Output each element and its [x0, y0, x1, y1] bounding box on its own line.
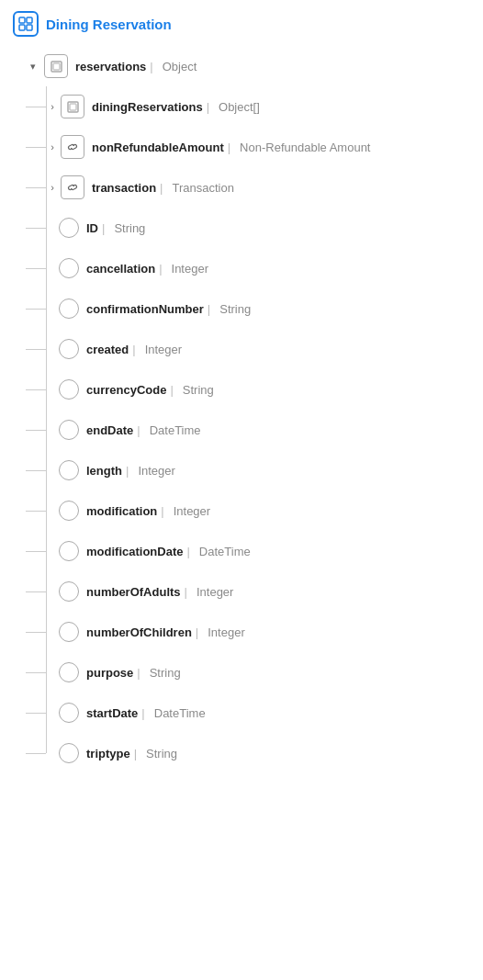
horiz-line — [26, 713, 46, 714]
svg-rect-0 — [19, 17, 25, 23]
diningReservations-name: diningReservations — [92, 100, 203, 114]
page-header: Dining Reservation — [0, 0, 483, 46]
modification-name: modification — [86, 504, 157, 518]
numberOfChildren-icon — [59, 622, 79, 642]
horiz-line — [26, 349, 46, 350]
node-modification: modification | Integer — [13, 490, 483, 531]
horiz-line — [26, 228, 46, 229]
root-expand-arrow[interactable]: ▾ — [26, 61, 40, 73]
node-purpose: purpose | String — [13, 652, 483, 693]
purpose-type: String — [150, 666, 181, 680]
nonRefundableAmount-icon — [61, 135, 84, 159]
node-diningReservations: › diningReservations | Object[] — [13, 86, 483, 127]
confirmationNumber-icon — [59, 299, 79, 319]
ID-icon — [59, 218, 79, 238]
root-node: ▾ reservations | Object › — [13, 46, 483, 773]
node-currencyCode: currencyCode | String — [13, 369, 483, 410]
node-nonRefundableAmount: › nonRefundableAmount | Non-Refundable A… — [13, 127, 483, 167]
children-container: › diningReservations | Object[] — [13, 86, 483, 773]
page-title: Dining Reservation — [46, 17, 172, 32]
node-modificationDate: modificationDate | DateTime — [13, 531, 483, 571]
created-icon — [59, 339, 79, 359]
startDate-icon — [59, 703, 79, 723]
node-startDate: startDate | DateTime — [13, 693, 483, 733]
created-type: Integer — [145, 343, 182, 356]
modificationDate-icon — [59, 541, 79, 561]
root-icon — [44, 54, 68, 78]
endDate-type: DateTime — [150, 423, 201, 437]
svg-rect-3 — [27, 25, 32, 30]
ID-type: String — [114, 221, 145, 235]
horiz-line — [26, 268, 46, 269]
cancellation-name: cancellation — [86, 262, 155, 276]
modification-icon — [59, 501, 79, 521]
transaction-type: Transaction — [172, 181, 233, 195]
node-numberOfChildren: numberOfChildren | Integer — [13, 612, 483, 652]
node-cancellation: cancellation | Integer — [13, 248, 483, 288]
expand-arrow[interactable]: › — [46, 182, 59, 193]
horiz-line — [26, 551, 46, 552]
svg-rect-5 — [53, 63, 60, 70]
horiz-line — [26, 511, 46, 512]
numberOfChildren-name: numberOfChildren — [86, 625, 192, 639]
horiz-line — [26, 753, 46, 754]
root-row[interactable]: ▾ reservations | Object — [13, 46, 483, 86]
node-ID: ID | String — [13, 208, 483, 248]
horiz-line — [26, 389, 46, 390]
currencyCode-name: currencyCode — [86, 383, 166, 397]
numberOfChildren-type: Integer — [208, 625, 244, 639]
modificationDate-type: DateTime — [199, 545, 251, 558]
transaction-name: transaction — [92, 181, 156, 195]
triptype-icon — [59, 743, 79, 763]
root-separator: | — [150, 60, 152, 73]
diningReservations-icon — [61, 95, 84, 118]
purpose-icon — [59, 662, 79, 682]
purpose-name: purpose — [86, 666, 133, 680]
root-type: Object — [163, 60, 197, 73]
cancellation-type: Integer — [172, 262, 208, 276]
endDate-name: endDate — [86, 423, 133, 437]
currencyCode-icon — [59, 379, 79, 400]
node-numberOfAdults: numberOfAdults | Integer — [13, 571, 483, 612]
node-created: created | Integer — [13, 329, 483, 369]
header-icon — [13, 11, 39, 37]
startDate-name: startDate — [86, 706, 138, 720]
transaction-icon — [61, 175, 84, 199]
node-transaction: › transaction | Transaction — [13, 167, 483, 208]
svg-rect-7 — [70, 104, 76, 110]
horiz-line — [26, 309, 46, 310]
root-name: reservations — [75, 60, 146, 73]
horiz-line — [26, 470, 46, 471]
horiz-line — [26, 672, 46, 673]
horiz-line — [26, 187, 46, 188]
svg-rect-1 — [27, 17, 32, 23]
cancellation-icon — [59, 258, 79, 278]
horiz-line — [26, 147, 46, 148]
node-endDate: endDate | DateTime — [13, 410, 483, 450]
created-name: created — [86, 343, 129, 356]
length-type: Integer — [138, 464, 174, 478]
nonRefundableAmount-name: nonRefundableAmount — [92, 141, 224, 154]
numberOfAdults-type: Integer — [197, 585, 233, 599]
confirmationNumber-type: String — [219, 302, 251, 316]
endDate-icon — [59, 420, 79, 440]
horiz-line — [26, 632, 46, 633]
diningReservations-type: Object[] — [219, 100, 260, 114]
triptype-type: String — [146, 747, 177, 760]
numberOfAdults-name: numberOfAdults — [86, 585, 181, 599]
nonRefundableAmount-type: Non-Refundable Amount — [240, 141, 370, 154]
expand-arrow[interactable]: › — [46, 141, 59, 152]
length-icon — [59, 460, 79, 480]
length-name: length — [86, 464, 122, 478]
expand-arrow[interactable]: › — [46, 101, 59, 112]
horiz-line — [26, 107, 46, 107]
ID-name: ID — [86, 221, 98, 235]
horiz-line — [26, 430, 46, 431]
numberOfAdults-icon — [59, 581, 79, 602]
horiz-line — [26, 591, 46, 592]
currencyCode-type: String — [183, 383, 214, 397]
confirmationNumber-name: confirmationNumber — [86, 302, 204, 316]
schema-tree: ▾ reservations | Object › — [0, 46, 483, 792]
modification-type: Integer — [174, 504, 210, 518]
svg-rect-2 — [19, 25, 25, 30]
